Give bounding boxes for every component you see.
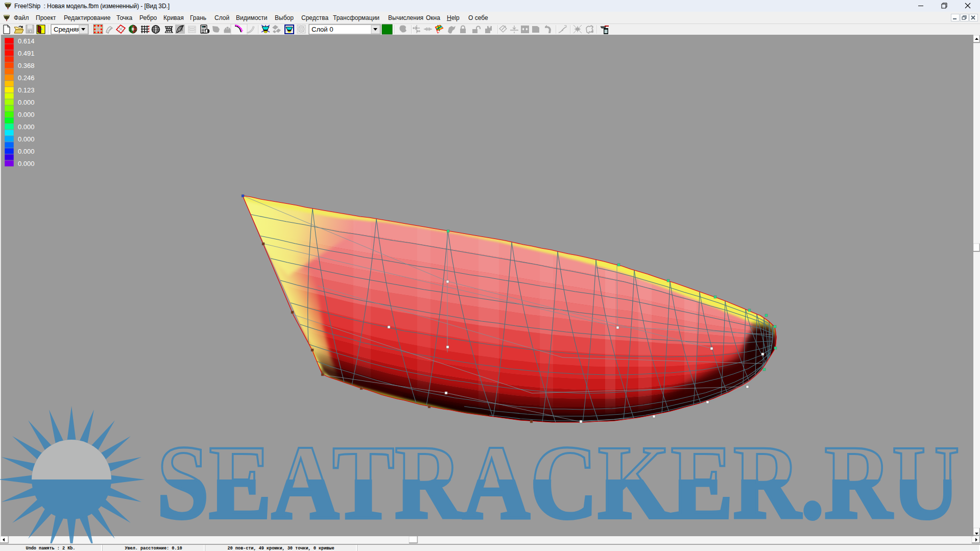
svg-text:0.491: 0.491 <box>18 50 35 57</box>
svg-text:Слой 0: Слой 0 <box>312 26 333 33</box>
svg-text:0.000: 0.000 <box>18 135 35 143</box>
svg-text:0.368: 0.368 <box>18 62 35 69</box>
svg-text:0.614: 0.614 <box>18 37 35 45</box>
svg-text:Средняя: Средняя <box>54 26 80 33</box>
svg-text:0.000: 0.000 <box>18 123 35 131</box>
svg-text:0.000: 0.000 <box>18 99 35 106</box>
svg-text:0.000: 0.000 <box>18 148 35 155</box>
svg-text:0.246: 0.246 <box>18 74 35 82</box>
svg-text:0.000: 0.000 <box>18 111 35 118</box>
svg-text:0.123: 0.123 <box>18 86 35 94</box>
svg-text:0.000: 0.000 <box>18 160 35 167</box>
